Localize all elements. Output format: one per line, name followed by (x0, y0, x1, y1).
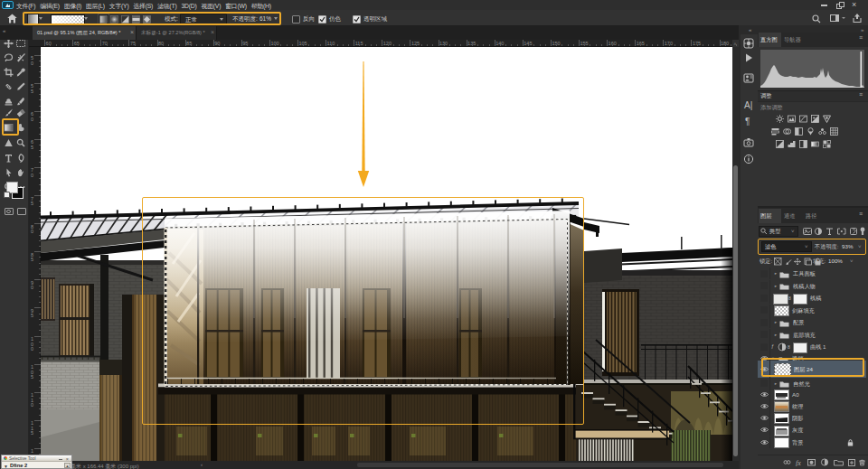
svg-text:fx: fx (796, 459, 801, 467)
svg-text:A|: A| (744, 100, 752, 110)
svg-text:¶: ¶ (745, 117, 750, 127)
